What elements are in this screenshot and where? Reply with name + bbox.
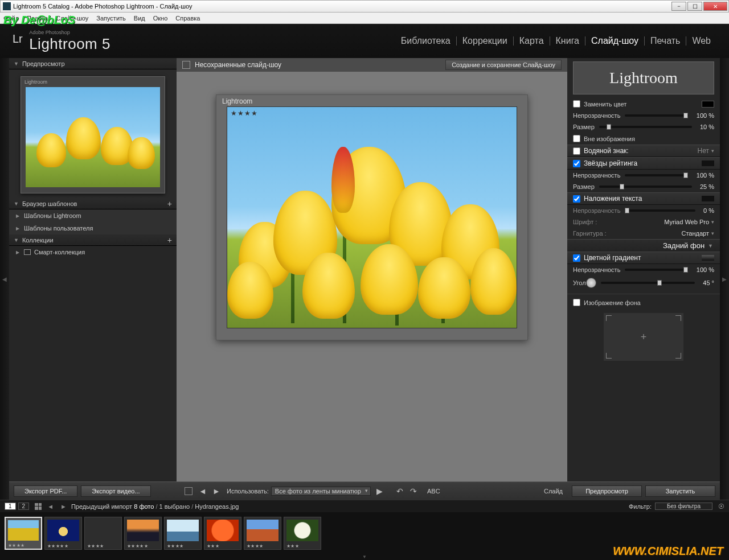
replace-color-swatch[interactable] (702, 101, 714, 108)
menu-view[interactable]: Вид (134, 15, 145, 22)
filmstrip-collapse[interactable]: ▼ (0, 554, 729, 560)
grid-view-icon[interactable] (35, 503, 42, 510)
close-button[interactable]: ✕ (703, 2, 727, 11)
panel-collections-head[interactable]: ▼ Коллекции + (9, 234, 177, 246)
menu-file[interactable]: Файл (3, 15, 19, 22)
filter-dropdown[interactable]: Без фильтра (655, 503, 712, 510)
add-collection-button[interactable]: + (167, 236, 172, 245)
minimize-button[interactable]: － (671, 2, 686, 11)
rotate-cw-button[interactable]: ↷ (408, 487, 419, 496)
create-save-slideshow-button[interactable]: Создание и сохранение Слайд-шоу (445, 60, 562, 70)
watermark-section[interactable]: Водяной знак:Нет▾ (567, 145, 720, 157)
monitor-2-button[interactable]: 2 (18, 503, 30, 510)
angle-slider[interactable] (601, 282, 695, 284)
menu-window[interactable]: Окно (153, 15, 168, 22)
slide-image[interactable]: ★★★★ (227, 106, 517, 328)
text-opacity-slider[interactable] (625, 209, 695, 212)
gradient-checkbox[interactable] (573, 254, 580, 262)
slide-rating-stars[interactable]: ★★★★ (231, 109, 258, 117)
replace-color-checkbox[interactable] (573, 100, 580, 108)
color-gradient-section[interactable]: Цветной градиент (567, 252, 720, 264)
backdrop-section-head[interactable]: Задний фон▼ (567, 239, 720, 252)
stars-color-swatch[interactable] (702, 160, 714, 166)
filmstrip-thumb[interactable]: ★★★ (204, 517, 241, 550)
prev-slide-button[interactable]: ◄ (198, 487, 208, 496)
center-toolbar: ◄ ► Использовать: Все фото из ленты мини… (177, 481, 567, 500)
module-library[interactable]: Библиотека (401, 36, 450, 46)
thumb-image (167, 520, 199, 541)
text-overlay-checkbox[interactable] (573, 195, 580, 203)
filmstrip-thumb[interactable]: ★★★★★ (124, 517, 162, 550)
right-panel-collapse[interactable]: ▶ (720, 58, 729, 500)
module-print[interactable]: Печать (650, 36, 680, 46)
filmstrip-thumb[interactable]: ★★★★ (5, 517, 42, 550)
identity-size-slider[interactable] (599, 126, 692, 128)
bg-image-dropzone[interactable]: + (604, 313, 683, 361)
text-overlay-section[interactable]: Наложения текста (567, 192, 720, 205)
text-tool-button[interactable]: ABC (427, 488, 440, 495)
module-web[interactable]: Web (692, 36, 711, 46)
watermark-checkbox[interactable] (573, 147, 580, 155)
app-icon (3, 2, 11, 10)
filmstrip-thumb[interactable]: ★★★★ (84, 517, 122, 550)
module-develop[interactable]: Коррекции (462, 36, 507, 46)
maximize-button[interactable]: ☐ (687, 2, 702, 11)
filmstrip-thumb[interactable]: ★★★★★ (44, 517, 82, 550)
stop-button[interactable] (185, 487, 193, 495)
next-slide-button[interactable]: ► (211, 487, 222, 496)
thumb-stars: ★★★ (207, 543, 219, 549)
module-slideshow[interactable]: Слайд-шоу (591, 36, 638, 46)
angle-knob[interactable] (586, 278, 596, 288)
smart-collection[interactable]: ▶Смарт-коллекция (9, 246, 177, 258)
nav-back-icon[interactable]: ◄ (47, 503, 54, 510)
panel-preview-head[interactable]: ▼ Предпросмотр (9, 58, 177, 69)
font-dropdown[interactable]: Myriad Web Pro (664, 219, 709, 225)
module-book[interactable]: Книга (556, 36, 579, 46)
filter-lock-icon[interactable]: ⦿ (718, 503, 724, 510)
gradient-swatch[interactable] (702, 255, 714, 261)
chevron-down-icon: ▼ (14, 201, 19, 207)
filmstrip-thumb[interactable]: ★★★★ (164, 517, 202, 550)
use-dropdown[interactable]: Все фото из ленты миниатюр (271, 487, 371, 496)
nav-fwd-icon[interactable]: ► (60, 503, 67, 510)
slideshow-icon (182, 61, 190, 69)
module-bar: Lr Adobe Photoshop Lightroom 5 Библиотек… (0, 24, 729, 58)
panel-templates-head[interactable]: ▼ Браузер шаблонов + (9, 198, 177, 209)
stars-size-slider[interactable] (599, 186, 692, 188)
center-header: Несохраненные слайд-шоу Создание и сохра… (177, 58, 567, 72)
add-template-button[interactable]: + (167, 199, 172, 208)
export-video-button[interactable]: Экспорт видео... (81, 485, 150, 497)
text-color-swatch[interactable] (702, 196, 714, 201)
slide-identity-plate[interactable]: Lightroom (222, 97, 252, 105)
use-label: Использовать: (227, 488, 269, 495)
bg-image-checkbox[interactable] (573, 299, 580, 306)
thumb-stars: ★★★★ (8, 543, 25, 548)
identity-plate-editor[interactable]: Lightroom (573, 61, 714, 94)
menu-slideshow[interactable]: Слайд-шоу (56, 15, 88, 22)
play-button[interactable]: ▶ (375, 487, 385, 496)
menu-help[interactable]: Справка (175, 15, 200, 22)
filmstrip-thumb[interactable]: ★★★ (284, 517, 321, 550)
preview-button[interactable]: Предпросмотр (572, 485, 642, 497)
identity-opacity-slider[interactable] (625, 114, 688, 117)
menu-play[interactable]: Запустить (96, 15, 126, 22)
rating-stars-section[interactable]: Звёзды рейтинга (567, 157, 720, 170)
monitor-1-button[interactable]: 1 (5, 503, 16, 510)
templates-lightroom[interactable]: ▶Шаблоны Lightroom (9, 209, 177, 222)
menu-edit[interactable]: Правка (27, 15, 48, 22)
chevron-down-icon: ▼ (14, 237, 19, 243)
thumb-image (286, 520, 318, 541)
gradient-opacity-slider[interactable] (625, 269, 688, 271)
module-map[interactable]: Карта (519, 36, 544, 46)
export-pdf-button[interactable]: Экспорт PDF... (14, 485, 77, 497)
left-panel-collapse[interactable]: ◀ (0, 58, 9, 500)
stars-checkbox[interactable] (573, 160, 580, 167)
filmstrip-thumb[interactable]: ★★★★ (244, 517, 281, 550)
face-dropdown[interactable]: Стандарт (681, 230, 709, 237)
rotate-ccw-button[interactable]: ↶ (395, 487, 405, 496)
templates-user[interactable]: ▶Шаблоны пользователя (9, 222, 177, 234)
play-slideshow-button[interactable]: Запустить (645, 485, 715, 497)
outside-image-checkbox[interactable] (573, 135, 580, 142)
stars-opacity-slider[interactable] (625, 174, 688, 176)
breadcrumb-source[interactable]: Предыдущий импорт (71, 503, 132, 510)
